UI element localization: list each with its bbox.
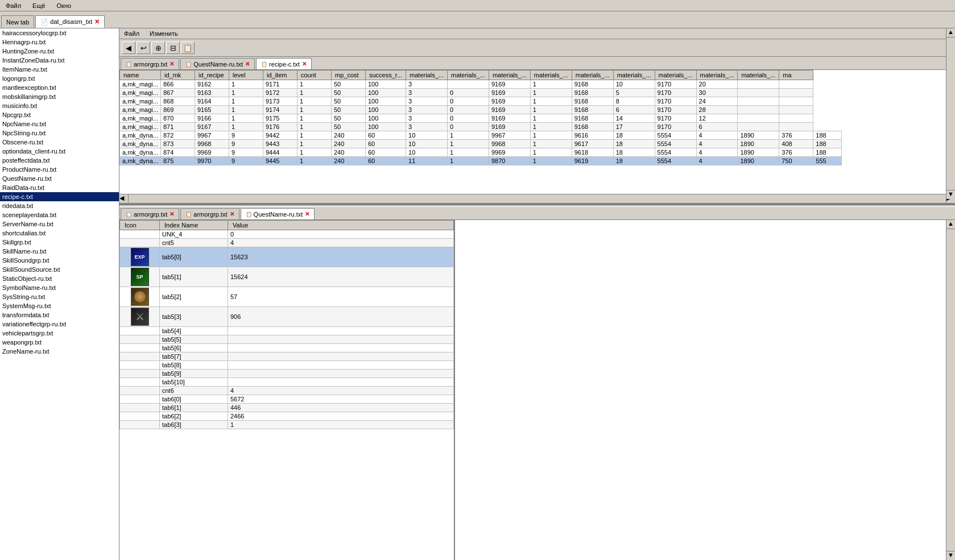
sidebar-item-logongrp[interactable]: logongrp.txt	[0, 74, 119, 83]
col-level[interactable]: level	[229, 70, 263, 80]
list-item[interactable]: tab6[1]446	[120, 404, 454, 412]
col-mat4[interactable]: materials_...	[530, 70, 572, 80]
bottom-scroll[interactable]: Icon Index Name Value UNK_40cnt54EXPtab5…	[119, 220, 454, 560]
sidebar-item-mantle[interactable]: mantleexception.txt	[0, 83, 119, 92]
top-pane-tab-questname[interactable]: 📋 QuestName-ru.txt ✕	[180, 58, 255, 69]
menu-window[interactable]: Окно	[53, 1, 75, 10]
list-item[interactable]: tab5[9]	[120, 370, 454, 378]
sidebar-item-productname[interactable]: ProductName-ru.txt	[0, 165, 119, 174]
bottom-tab-questname-close[interactable]: ✕	[305, 211, 309, 217]
top-h-scrollbar[interactable]: ◀ ▶	[119, 194, 955, 203]
bottom-col-index[interactable]: Index Name	[160, 221, 228, 230]
sidebar-item-musicinfo[interactable]: musicinfo.txt	[0, 101, 119, 110]
bottom-tab-armorgrp1-close[interactable]: ✕	[169, 211, 174, 217]
list-item[interactable]: tab5[7]	[120, 352, 454, 361]
table-row[interactable]: a,mk_magi...8689164191731501003091691916…	[120, 97, 842, 106]
list-item[interactable]: SPtab5[1]15624	[120, 267, 454, 287]
tab-dat-disasm-close[interactable]: ✕	[94, 18, 100, 26]
sidebar-item-variationeffect[interactable]: variationeffectgrp-ru.txt	[0, 320, 119, 329]
bottom-v-scrollbar-track[interactable]	[946, 229, 955, 551]
sidebar-item-shortcut[interactable]: shortcutalias.txt	[0, 229, 119, 238]
list-item[interactable]: tab5[5]	[120, 335, 454, 344]
toolbar-btn-remove[interactable]: ⊟	[166, 42, 180, 54]
col-mat8[interactable]: materials_...	[696, 70, 738, 80]
sidebar-item-raiddata[interactable]: RaidData-ru.txt	[0, 183, 119, 192]
sidebar-item-mobskill[interactable]: mobskillanimgrp.txt	[0, 92, 119, 101]
bottom-col-icon[interactable]: Icon	[120, 221, 160, 230]
table-row[interactable]: a,mk_dyna...8739968994431240601019968196…	[120, 140, 842, 148]
list-item[interactable]: EXPtab5[0]15623	[120, 247, 454, 267]
col-mat9[interactable]: materials_...	[738, 70, 779, 80]
sidebar-item-transformdata[interactable]: transformdata.txt	[0, 310, 119, 320]
sidebar-item-questname[interactable]: QuestName-ru.txt	[0, 174, 119, 183]
sidebar-item-systemmsg[interactable]: SystemMsg-ru.txt	[0, 301, 119, 310]
table-row[interactable]: a,mk_dyna...8759970994451240601119870196…	[120, 157, 842, 165]
list-item[interactable]: tab6[2]2466	[120, 412, 454, 421]
top-pane-tab-questname-close[interactable]: ✕	[245, 61, 250, 67]
sidebar-item-sysstring[interactable]: SysString-ru.txt	[0, 292, 119, 301]
table-row[interactable]: a,mk_magi...8699165191741501003091691916…	[120, 106, 842, 114]
sidebar-item-vehicleparts[interactable]: vehiclepartsgrp.txt	[0, 329, 119, 338]
bottom-tab-armorgrp2-close[interactable]: ✕	[230, 211, 234, 217]
tab-dat-disasm[interactable]: 📄 dat_disasm_txt ✕	[35, 15, 105, 28]
col-mat6[interactable]: materials_...	[613, 70, 655, 80]
sidebar-item-itemname[interactable]: ItemName-ru.txt	[0, 65, 119, 74]
sidebar-item-instantzone[interactable]: InstantZoneData-ru.txt	[0, 56, 119, 65]
bottom-pane-tab-armorgrp2[interactable]: 📋 armorgrp.txt ✕	[180, 208, 239, 219]
sidebar-item-posteffect[interactable]: posteffectdata.txt	[0, 156, 119, 165]
sidebar-item-hennagrp[interactable]: Hennagrp-ru.txt	[0, 38, 119, 47]
toolbar-btn-add[interactable]: ⊕	[151, 42, 165, 54]
list-item[interactable]: UNK_40	[120, 230, 454, 239]
col-mat5[interactable]: materials_...	[572, 70, 613, 80]
table-row[interactable]: a,mk_magi...8719167191761501003091691916…	[120, 123, 842, 131]
col-mat1[interactable]: materials_...	[406, 70, 448, 80]
top-pane-menu-file[interactable]: Файл	[122, 30, 142, 38]
sidebar-item-skillsoundgrp[interactable]: SkillSoundgrp.txt	[0, 256, 119, 265]
top-pane-tab-armorgrp1[interactable]: 📋 armorgrp.txt ✕	[121, 58, 179, 69]
top-pane-tab-recipe[interactable]: 📋 recipe-c.txt ✕	[256, 58, 312, 69]
col-success-r[interactable]: success_r...	[365, 70, 406, 80]
sidebar-item-ridedata[interactable]: ridedata.txt	[0, 201, 119, 210]
sidebar-item-staticobject[interactable]: StaticObject-ru.txt	[0, 274, 119, 283]
list-item[interactable]: tab5[4]	[120, 327, 454, 335]
top-pane-menu-edit[interactable]: Изменить	[147, 30, 180, 38]
col-mat3[interactable]: materials_...	[489, 70, 530, 80]
bottom-v-scrollbar[interactable]: ▲ ▼	[946, 220, 955, 560]
list-item[interactable]: tab6[3]1	[120, 421, 454, 429]
sidebar-item-npcname[interactable]: NpcName-ru.txt	[0, 119, 119, 128]
list-item[interactable]: ⚔tab5[3]906	[120, 307, 454, 327]
col-ma[interactable]: ma	[779, 70, 813, 80]
top-pane-tab-recipe-close[interactable]: ✕	[302, 61, 307, 67]
col-id-recipe[interactable]: id_recipe	[195, 70, 229, 80]
list-item[interactable]: tab5[8]	[120, 361, 454, 370]
sidebar-item-sceneplayerdata[interactable]: sceneplayerdata.txt	[0, 210, 119, 219]
bottom-pane-tab-questname[interactable]: 📋 QuestName-ru.txt ✕	[241, 208, 315, 219]
tab-new-tab[interactable]: New tab	[1, 15, 34, 28]
toolbar-btn-copy[interactable]: 📋	[181, 42, 195, 54]
table-row[interactable]: a,mk_dyna...8729967994421240601019967196…	[120, 131, 842, 140]
col-count[interactable]: count	[297, 70, 331, 80]
col-mat2[interactable]: materials_...	[447, 70, 489, 80]
menu-edit[interactable]: Ещё	[29, 1, 49, 10]
table-row[interactable]: a,mk_magi...8679163191721501003091691916…	[120, 89, 842, 97]
bottom-pane-tab-armorgrp1[interactable]: 📋 armorgrp.txt ✕	[121, 208, 179, 219]
sidebar-item-obscene[interactable]: Obscene-ru.txt	[0, 138, 119, 147]
sidebar-item-skillgrp[interactable]: Skillgrp.txt	[0, 238, 119, 247]
sidebar-item-recipe[interactable]: recipe-c.txt	[0, 192, 119, 201]
sidebar-item-hairaccessory[interactable]: hairaccessorylocgrp.txt	[0, 28, 119, 38]
menu-file[interactable]: Файл	[2, 1, 24, 10]
sidebar-item-symbolname[interactable]: SymbolName-ru.txt	[0, 283, 119, 292]
sidebar-item-optiondata[interactable]: optiondata_client-ru.txt	[0, 147, 119, 156]
table-row[interactable]: a,mk_magi...8669162191711501003916919168…	[120, 80, 842, 89]
top-pane-tab-armorgrp1-close[interactable]: ✕	[169, 61, 174, 67]
list-item[interactable]: tab6[0]5672	[120, 395, 454, 404]
list-item[interactable]: tab5[6]	[120, 344, 454, 352]
col-mp-cost[interactable]: mp_cost	[331, 70, 365, 80]
table-row[interactable]: a,mk_magi...8709166191751501003091691916…	[120, 114, 842, 123]
list-item[interactable]: cnt54	[120, 239, 454, 247]
table-row[interactable]: a,mk_dyna...8749969994441240601019969196…	[120, 148, 842, 157]
sidebar-item-skillsoundsrc[interactable]: SkillSoundSource.txt	[0, 265, 119, 274]
sidebar-scroll[interactable]: hairaccessorylocgrp.txt Hennagrp-ru.txt …	[0, 28, 119, 560]
list-item[interactable]: tab5[10]	[120, 378, 454, 387]
sidebar-item-weapongrp[interactable]: weapongrp.txt	[0, 338, 119, 347]
